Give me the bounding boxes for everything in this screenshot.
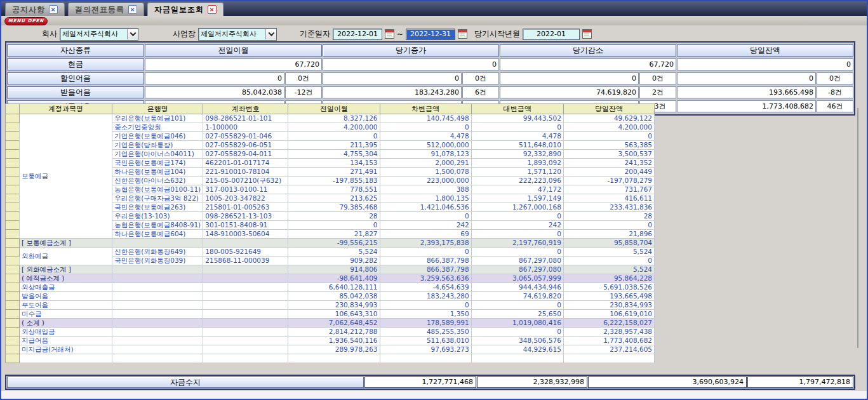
amount-cell[interactable] xyxy=(471,354,563,363)
bank-name-cell[interactable]: 국민은행(외화통장039) xyxy=(112,257,203,265)
amount-cell[interactable]: 3,065,057,999 xyxy=(471,274,563,283)
account-number-cell[interactable] xyxy=(203,319,288,328)
account-number-cell[interactable] xyxy=(203,301,288,310)
account-name-cell[interactable]: 미수금 xyxy=(20,310,112,319)
account-name-cell[interactable]: 받을어음 xyxy=(20,292,112,301)
amount-cell[interactable]: 1,597,149 xyxy=(471,194,563,203)
amount-cell[interactable]: 0 xyxy=(380,248,471,257)
account-number-cell[interactable]: 462201-01-017174 xyxy=(203,159,288,168)
row-selector[interactable] xyxy=(6,265,20,274)
table-row[interactable]: ( 소계 )7,062,648,452178,589,9911,019,080,… xyxy=(6,319,655,328)
row-selector[interactable] xyxy=(6,354,20,363)
amount-cell[interactable]: -197,078,279 xyxy=(563,177,654,185)
amount-cell[interactable]: 0 xyxy=(380,123,471,132)
amount-cell[interactable]: 230,834,993 xyxy=(563,301,654,310)
bank-name-cell[interactable]: 국민은행(보통예금263) xyxy=(112,203,203,212)
amount-cell[interactable]: 511,648,010 xyxy=(471,141,563,150)
account-name-cell[interactable]: ( 예적금소계 ) xyxy=(20,274,112,283)
amount-cell[interactable]: 47,172 xyxy=(471,185,563,194)
account-number-cell[interactable] xyxy=(203,239,288,248)
table-row[interactable]: [ 외화예금소계 ]914,806866,387,798867,297,0805… xyxy=(6,265,655,274)
row-selector[interactable] xyxy=(6,150,20,159)
amount-cell[interactable]: 200,449 xyxy=(563,168,654,177)
bank-name-cell[interactable]: 신한은행(외화통장649) xyxy=(112,248,203,257)
amount-cell[interactable]: 8,327,126 xyxy=(288,114,380,123)
amount-cell[interactable]: 914,806 xyxy=(288,265,380,274)
account-name-cell[interactable]: 지급어음 xyxy=(20,337,112,345)
account-number-cell[interactable]: 215801-01-005263 xyxy=(203,203,288,212)
amount-cell[interactable]: 0 xyxy=(380,212,471,221)
amount-cell[interactable]: 134,153 xyxy=(288,159,380,168)
amount-cell[interactable]: 6,640,128,111 xyxy=(288,283,380,292)
row-selector[interactable] xyxy=(6,328,20,337)
bank-name-cell[interactable] xyxy=(112,292,203,301)
row-selector[interactable] xyxy=(6,221,20,230)
amount-cell[interactable]: 193,665,498 xyxy=(563,292,654,301)
bank-name-cell[interactable] xyxy=(112,337,203,345)
company-select[interactable]: 제일저지주식회사 xyxy=(60,28,138,41)
row-selector[interactable] xyxy=(6,212,20,221)
amount-cell[interactable]: 211,395 xyxy=(288,141,380,150)
account-number-cell[interactable]: 1-100000 xyxy=(203,123,288,132)
row-selector[interactable] xyxy=(6,274,20,283)
amount-cell[interactable]: 28 xyxy=(563,212,654,221)
bank-name-cell[interactable] xyxy=(112,319,203,328)
amount-cell[interactable]: 416,611 xyxy=(563,194,654,203)
amount-cell[interactable] xyxy=(288,354,380,363)
amount-cell[interactable]: 0 xyxy=(471,212,563,221)
amount-cell[interactable]: 5,524 xyxy=(563,265,654,274)
close-icon[interactable]: × xyxy=(208,5,217,14)
amount-cell[interactable]: 4,478 xyxy=(380,132,471,141)
amount-cell[interactable]: 79,385,468 xyxy=(288,203,380,212)
account-name-cell[interactable]: 외상매출금 xyxy=(20,283,112,292)
amount-cell[interactable]: 511,638,010 xyxy=(380,337,471,345)
vertical-scrollbar[interactable] xyxy=(857,108,858,348)
amount-cell[interactable]: 242 xyxy=(380,221,471,230)
amount-cell[interactable]: 4,478 xyxy=(471,132,563,141)
amount-cell[interactable] xyxy=(380,354,471,363)
menu-open-button[interactable]: MENU OPEN xyxy=(4,17,48,25)
calendar-icon[interactable] xyxy=(385,29,394,39)
account-name-cell[interactable]: 보통예금 xyxy=(20,114,112,239)
amount-cell[interactable]: 1,500,078 xyxy=(380,168,471,177)
bank-name-cell[interactable] xyxy=(112,265,203,274)
amount-cell[interactable]: 2,000,291 xyxy=(380,159,471,168)
account-number-cell[interactable] xyxy=(203,345,288,354)
amount-cell[interactable]: 778,551 xyxy=(288,185,380,194)
calendar-icon[interactable] xyxy=(582,29,592,39)
tab-voucher-entry[interactable]: 결의전표등록 × xyxy=(68,3,144,16)
amount-cell[interactable]: 1,936,540,116 xyxy=(288,337,380,345)
bank-name-cell[interactable]: 신한은행(마이너스632) xyxy=(112,177,203,185)
amount-cell[interactable]: 867,297,080 xyxy=(471,257,563,265)
amount-cell[interactable]: 140,745,498 xyxy=(380,114,471,123)
bank-name-cell[interactable] xyxy=(112,310,203,319)
amount-cell[interactable]: -197,855,183 xyxy=(288,177,380,185)
table-row[interactable]: 지급어음1,936,540,116511,638,010348,506,5761… xyxy=(6,337,655,345)
amount-cell[interactable]: 1,421,046,536 xyxy=(380,203,471,212)
amount-cell[interactable]: 1,571,120 xyxy=(471,168,563,177)
row-selector[interactable] xyxy=(6,141,20,150)
row-selector[interactable] xyxy=(6,283,20,292)
row-selector[interactable] xyxy=(6,301,20,310)
amount-cell[interactable]: 233,431,836 xyxy=(563,203,654,212)
bank-name-cell[interactable]: 하나은행(보통예금104) xyxy=(112,168,203,177)
amount-cell[interactable]: 0 xyxy=(471,301,563,310)
row-selector[interactable] xyxy=(6,257,20,265)
amount-cell[interactable]: 563,385 xyxy=(563,141,654,150)
amount-cell[interactable]: 28 xyxy=(288,212,380,221)
account-number-cell[interactable] xyxy=(203,265,288,274)
account-number-cell[interactable]: 1005-203-347822 xyxy=(203,194,288,203)
amount-cell[interactable]: 4,755,304 xyxy=(288,150,380,159)
amount-cell[interactable]: 178,589,991 xyxy=(380,319,471,328)
amount-cell[interactable]: 223,000,000 xyxy=(380,177,471,185)
amount-cell[interactable] xyxy=(563,354,654,363)
bank-name-cell[interactable]: 농협은행(보통예금8408-91) xyxy=(112,221,203,230)
amount-cell[interactable]: 866,387,798 xyxy=(380,257,471,265)
table-row[interactable]: ( 예적금소계 )-98,641,4093,259,563,6363,065,0… xyxy=(6,274,655,283)
account-name-cell[interactable]: 외상매입금 xyxy=(20,328,112,337)
table-row[interactable]: 받을어음85,042,038183,243,28074,619,820193,6… xyxy=(6,292,655,301)
amount-cell[interactable]: 1,893,092 xyxy=(471,159,563,168)
row-selector[interactable] xyxy=(6,185,20,194)
account-number-cell[interactable]: 215868-11-000039 xyxy=(203,257,288,265)
amount-cell[interactable]: 5,524 xyxy=(563,248,654,257)
